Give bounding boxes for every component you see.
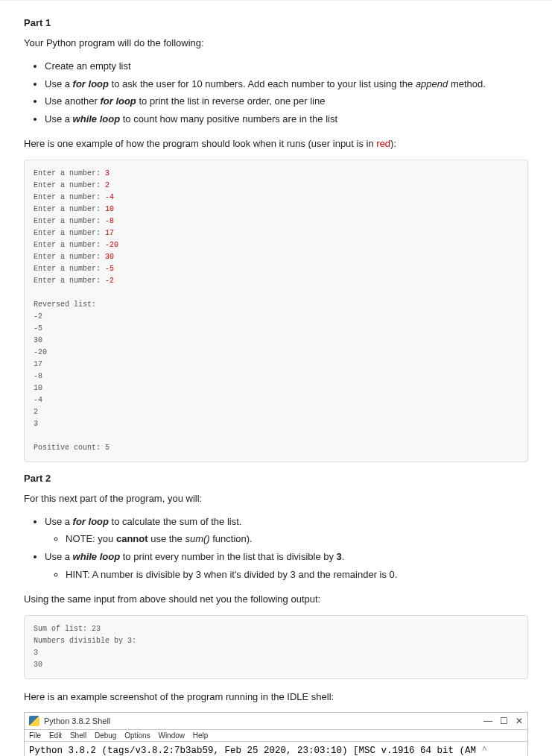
list-item: Use a while loop to print every number i… — [45, 549, 528, 583]
part1-list: Create an empty list Use a for loop to a… — [24, 59, 528, 127]
part1-heading: Part 1 — [24, 17, 528, 28]
list-item: Create an empty list — [45, 59, 528, 75]
part2-intro: For this next part of the program, you w… — [24, 491, 528, 507]
minimize-button[interactable]: — — [483, 716, 492, 726]
document-page: Part 1 Your Python program will do the f… — [0, 0, 552, 756]
part2-list: Use a for loop to calculate the sum of t… — [24, 514, 528, 583]
part1-intro: Your Python program will do the followin… — [24, 36, 528, 51]
menu-debug[interactable]: Debug — [95, 731, 116, 740]
part2-code-block: Sum of list: 23 Numbers divisible by 3: … — [24, 615, 528, 679]
menu-edit[interactable]: Edit — [49, 731, 62, 740]
idle-shell-window: Python 3.8.2 Shell — ☐ ✕ File Edit Shell… — [24, 712, 528, 756]
list-item: Use a for loop to calculate the sum of t… — [45, 514, 528, 548]
list-item: HINT: A number is divisible by 3 when it… — [66, 567, 528, 583]
list-item: Use another for loop to print the list i… — [45, 94, 528, 110]
part1-example-intro: Here is one example of how the program s… — [24, 136, 528, 152]
idle-titlebar: Python 3.8.2 Shell — ☐ ✕ — [25, 713, 527, 730]
python-icon — [29, 716, 39, 726]
list-item: NOTE: you cannot use the sum() function)… — [66, 532, 528, 547]
idle-shell-body[interactable]: Python 3.8.2 (tags/v3.8.2:7b3ab59, Feb 2… — [25, 742, 527, 756]
list-item: Use a for loop to ask the user for 10 nu… — [45, 77, 528, 92]
menu-options[interactable]: Options — [124, 731, 150, 740]
part1-code-block: Enter a number: 3 Enter a number: 2 Ente… — [24, 160, 528, 462]
menu-help[interactable]: Help — [193, 731, 209, 740]
part2-output-intro: Using the same input from above should n… — [24, 592, 528, 608]
menu-window[interactable]: Window — [158, 731, 185, 740]
menu-file[interactable]: File — [29, 731, 41, 740]
list-item: Use a while loop to count how many posit… — [45, 112, 528, 127]
part2-heading: Part 2 — [24, 473, 528, 484]
idle-window-title: Python 3.8.2 Shell — [44, 716, 110, 725]
close-button[interactable]: ✕ — [515, 716, 523, 726]
idle-menubar: File Edit Shell Debug Options Window Hel… — [25, 730, 527, 742]
menu-shell[interactable]: Shell — [70, 731, 86, 740]
maximize-button[interactable]: ☐ — [500, 716, 508, 726]
screenshot-intro: Here is an example screenshot of the pro… — [24, 690, 528, 705]
